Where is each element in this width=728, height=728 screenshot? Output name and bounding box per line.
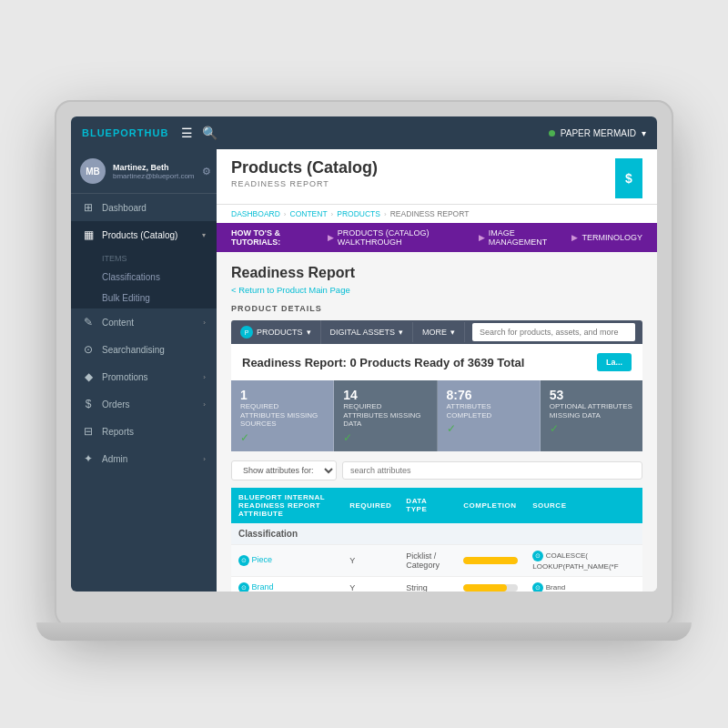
filter-row: Show attributes for:	[231, 460, 642, 480]
sidebar-label-content: Content	[102, 318, 134, 328]
tutorial-link-image[interactable]: ▶ IMAGE MANAGEMENT	[479, 228, 558, 247]
user-name: Martinez, Beth	[113, 163, 195, 172]
laptop-base	[36, 622, 692, 641]
row-icon-piece: ⊙	[238, 555, 249, 566]
chevron-right-icon3: ›	[203, 400, 206, 409]
search-nav-icon: ⊙	[82, 343, 95, 356]
sidebar-label-admin: Admin	[102, 454, 127, 464]
sidebar-label-products: Products (Catalog)	[102, 230, 177, 240]
sidebar-item-content[interactable]: ✎ Content ›	[71, 308, 217, 336]
report-title: Readiness Report	[231, 265, 642, 281]
sidebar-item-products[interactable]: ▦ Products (Catalog) ▾	[71, 221, 217, 248]
sidebar-item-dashboard[interactable]: ⊞ Dashboard	[71, 194, 217, 221]
sidebar-label-orders: Orders	[102, 399, 130, 410]
filter-select[interactable]: Show attributes for:	[231, 460, 337, 480]
stat-number-4: 53	[550, 388, 633, 402]
breadcrumb-content[interactable]: CONTENT	[290, 209, 328, 218]
sidebar-item-orders[interactable]: $ Orders ›	[71, 390, 217, 418]
digital-assets-dropdown-arrow[interactable]: ▾	[399, 328, 403, 337]
source-text-piece: COALESCE( LOOKUP(PATH_NAME(*F	[532, 551, 618, 571]
breadcrumb: DASHBOARD › CONTENT › PRODUCTS › READINE…	[217, 205, 657, 223]
table-row-piece: ⊙ Piece Y Picklist / Category	[231, 544, 642, 576]
status-dot	[549, 130, 555, 136]
progress-fill-piece	[463, 557, 517, 564]
datatype-piece: Picklist / Category	[399, 544, 456, 576]
top-nav: BLUEPORTHUB ☰ 🔍 PAPER MERMAID ▾	[71, 116, 657, 149]
page-header: Products (Catalog) READINESS REPORT $	[217, 149, 657, 205]
brand-logo: BLUEPORTHUB	[82, 127, 168, 138]
stat-label-1: REQUIRED ATTRIBUTES MISSING SOURCES	[240, 402, 318, 428]
sidebar-label-searchandising: Searchandising	[102, 345, 165, 355]
search-icon[interactable]: 🔍	[202, 126, 217, 140]
filter-search-input[interactable]	[342, 461, 642, 480]
chevron-down-icon: ▾	[202, 231, 206, 239]
sidebar-label-dashboard: Dashboard	[102, 203, 147, 213]
company-name: PAPER MERMAID	[561, 128, 636, 138]
chevron-right-icon4: ›	[203, 455, 206, 463]
attr-link-brand[interactable]: Brand	[252, 582, 274, 592]
tutorial-bar: HOW TO'S & TUTORIALS: ▶ PRODUCTS (CATALO…	[217, 223, 657, 252]
sidebar: MB Martinez, Beth bmartinez@blueport.com…	[71, 149, 217, 592]
stat-card-1: 1 REQUIRED ATTRIBUTES MISSING SOURCES ✓	[231, 380, 334, 451]
progress-piece	[463, 557, 518, 564]
promotions-icon: ◆	[82, 370, 95, 383]
progress-fill-brand	[463, 584, 507, 592]
tutorial-link-walkthrough[interactable]: ▶ PRODUCTS (CATALOG) WALKTHROUGH	[328, 228, 464, 247]
source-icon-piece: ⊙	[532, 551, 543, 561]
launch-btn[interactable]: La...	[597, 353, 632, 371]
tutorial-link-terminology[interactable]: ▶ TERMINOLOGY	[571, 233, 642, 242]
required-piece: Y	[342, 544, 399, 576]
sidebar-item-admin[interactable]: ✦ Admin ›	[71, 445, 217, 472]
content-icon: ✎	[82, 316, 95, 329]
chevron-right-icon: ›	[203, 318, 206, 327]
breadcrumb-current: READINESS REPORT	[390, 209, 470, 218]
page-title: Products (Catalog)	[231, 158, 378, 177]
stat-card-3: 8:76 ATTRIBUTES COMPLETED ✓	[438, 380, 541, 451]
table-header-row: BLUEPORT INTERNAL READINESS REPORT ATTRI…	[231, 488, 642, 523]
dashboard-icon: ⊞	[82, 201, 95, 214]
stat-check-2: ✓	[343, 431, 427, 444]
sidebar-item-searchandising[interactable]: ⊙ Searchandising	[71, 336, 217, 363]
menu-icon[interactable]: ☰	[181, 126, 193, 140]
section-label: PRODUCT DETAILS	[231, 304, 642, 313]
stat-label-2: REQUIRED ATTRIBUTES MISSING DATA	[343, 402, 420, 428]
sidebar-item-promotions[interactable]: ◆ Promotions ›	[71, 363, 217, 390]
sidebar-item-reports[interactable]: ⊟ Reports	[71, 418, 217, 445]
dropdown-arrow[interactable]: ▾	[642, 128, 646, 138]
products-toolbar-btn[interactable]: P PRODUCTS ▾	[231, 320, 321, 344]
avatar: MB	[80, 158, 106, 184]
source-text-brand: Brand	[546, 583, 565, 592]
more-toolbar-btn[interactable]: MORE ▾	[413, 322, 465, 342]
col-completion: COMPLETION	[456, 488, 525, 523]
toolbar-search-input[interactable]	[472, 323, 635, 341]
content-area: Products (Catalog) READINESS REPORT $ DA…	[217, 149, 657, 592]
report-table: BLUEPORT INTERNAL READINESS REPORT ATTRI…	[231, 488, 642, 592]
gear-icon[interactable]: ⚙	[202, 166, 211, 177]
stat-card-4: 53 OPTIONAL ATTRIBUTES MISSING DATA ✓	[541, 380, 642, 451]
attr-link-piece[interactable]: Piece	[252, 555, 273, 564]
col-source: SOURCE	[525, 488, 642, 523]
sidebar-item-bulk-editing[interactable]: Bulk Editing	[71, 288, 217, 308]
chevron-right-icon2: ›	[203, 373, 206, 381]
page-subtitle: READINESS REPORT	[231, 179, 378, 188]
digital-assets-label: DIGITAL ASSETS	[330, 328, 396, 337]
products-dropdown-arrow[interactable]: ▾	[307, 328, 311, 337]
breadcrumb-dashboard[interactable]: DASHBOARD	[231, 209, 280, 218]
stat-check-3: ✓	[447, 422, 531, 435]
sidebar-item-classifications[interactable]: Classifications	[71, 267, 217, 288]
col-data-type: DATA TYPE	[399, 488, 456, 523]
reports-icon: ⊟	[82, 425, 95, 438]
sidebar-label-promotions: Promotions	[102, 372, 148, 382]
return-link[interactable]: < Return to Product Main Page	[231, 285, 642, 295]
report-content: Readiness Report < Return to Product Mai…	[217, 252, 657, 592]
header-action-btn[interactable]: $	[615, 158, 642, 198]
sidebar-section-items: Items	[71, 248, 217, 267]
digital-assets-toolbar-btn[interactable]: DIGITAL ASSETS ▾	[321, 322, 414, 342]
tutorial-label: HOW TO'S & TUTORIALS:	[231, 228, 313, 247]
more-dropdown-arrow[interactable]: ▾	[450, 328, 455, 337]
admin-icon: ✦	[82, 452, 95, 465]
breadcrumb-products[interactable]: PRODUCTS	[337, 209, 380, 218]
stat-card-2: 14 REQUIRED ATTRIBUTES MISSING DATA ✓	[334, 380, 437, 451]
products-icon: ▦	[82, 228, 95, 241]
classification-section-row: Classification	[231, 523, 642, 545]
